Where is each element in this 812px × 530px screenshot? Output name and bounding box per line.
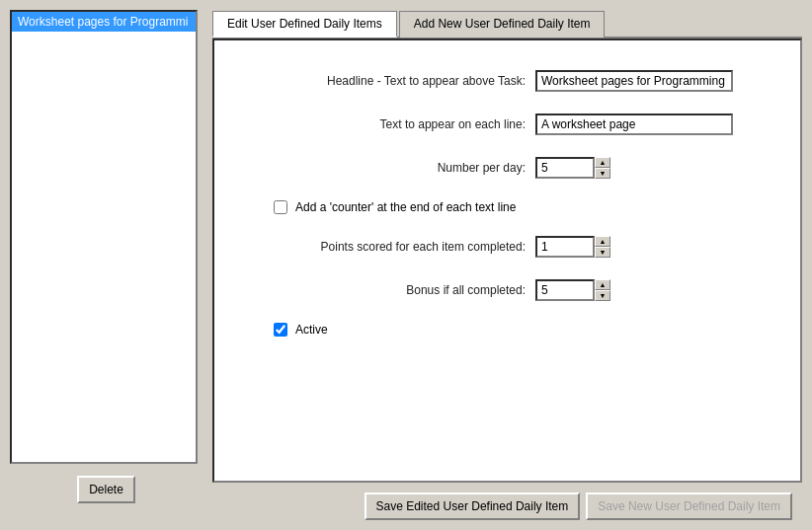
bonus-spinner-buttons: ▲ ▼ <box>595 279 610 301</box>
bonus-up-button[interactable]: ▲ <box>595 279 610 290</box>
number-per-day-row: Number per day: ▲ ▼ <box>244 157 771 179</box>
points-label: Points scored for each item completed: <box>244 240 535 254</box>
bonus-spinner: ▲ ▼ <box>535 279 610 301</box>
bonus-input[interactable] <box>535 279 595 301</box>
text-line-row: Text to appear on each line: <box>244 114 771 135</box>
number-per-day-label: Number per day: <box>244 161 535 175</box>
points-input[interactable] <box>535 236 595 258</box>
active-row: Active <box>274 323 771 337</box>
bonus-row: Bonus if all completed: ▲ ▼ <box>244 279 771 301</box>
left-buttons: Delete <box>10 476 203 503</box>
delete-button[interactable]: Delete <box>77 476 135 503</box>
headline-label: Headline - Text to appear above Task: <box>244 74 535 88</box>
counter-checkbox-label: Add a 'counter' at the end of each text … <box>295 200 516 214</box>
number-per-day-spinner: ▲ ▼ <box>535 157 610 179</box>
counter-row: Add a 'counter' at the end of each text … <box>274 200 771 214</box>
list-box[interactable]: Worksheet pages for Programmi <box>10 10 198 464</box>
number-per-day-spinner-buttons: ▲ ▼ <box>595 157 610 179</box>
bottom-buttons: Save Edited User Defined Daily Item Save… <box>212 492 802 520</box>
save-new-button[interactable]: Save New User Defined Daily Item <box>586 492 792 520</box>
text-line-input[interactable] <box>535 114 733 135</box>
active-label: Active <box>295 323 328 337</box>
form-panel: Headline - Text to appear above Task: Te… <box>212 38 802 483</box>
list-item[interactable]: Worksheet pages for Programmi <box>12 12 196 32</box>
counter-checkbox[interactable] <box>274 200 287 214</box>
number-per-day-up-button[interactable]: ▲ <box>595 157 610 168</box>
left-panel: Worksheet pages for Programmi Delete <box>10 10 203 520</box>
text-line-label: Text to appear on each line: <box>244 117 535 131</box>
points-up-button[interactable]: ▲ <box>595 236 610 247</box>
points-spinner-buttons: ▲ ▼ <box>595 236 610 258</box>
bonus-down-button[interactable]: ▼ <box>595 290 610 301</box>
tab-add-new[interactable]: Add New User Defined Daily Item <box>399 11 606 38</box>
save-edited-button[interactable]: Save Edited User Defined Daily Item <box>365 492 581 520</box>
points-spinner: ▲ ▼ <box>535 236 610 258</box>
right-bottom-buttons: Save Edited User Defined Daily Item Save… <box>365 492 793 520</box>
number-per-day-down-button[interactable]: ▼ <box>595 168 610 179</box>
number-per-day-input[interactable] <box>535 157 595 179</box>
headline-input[interactable] <box>535 70 733 92</box>
headline-row: Headline - Text to appear above Task: <box>244 70 771 92</box>
tab-bar: Edit User Defined Daily Items Add New Us… <box>212 10 802 38</box>
bonus-label: Bonus if all completed: <box>244 283 535 297</box>
points-row: Points scored for each item completed: ▲… <box>244 236 771 258</box>
points-down-button[interactable]: ▼ <box>595 247 610 258</box>
active-checkbox[interactable] <box>274 323 287 337</box>
right-panel: Edit User Defined Daily Items Add New Us… <box>212 10 802 520</box>
tab-edit[interactable]: Edit User Defined Daily Items <box>212 11 397 38</box>
